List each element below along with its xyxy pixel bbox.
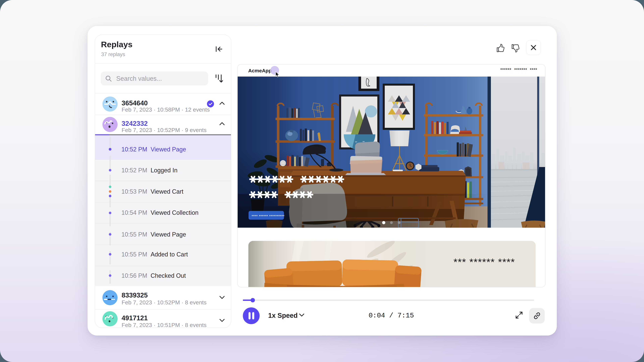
svg-text:**** ****** **********: **** ****** ********** — [252, 214, 284, 218]
